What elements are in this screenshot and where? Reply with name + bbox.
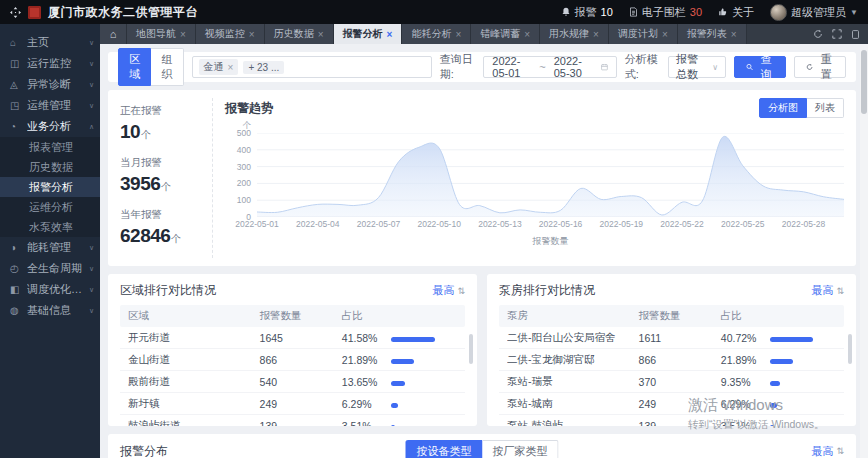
fence-button[interactable]: 电子围栏 30 xyxy=(629,5,702,20)
row-percent: 21.89% xyxy=(342,354,391,366)
user-menu[interactable]: 超级管理员 ▼ xyxy=(770,4,858,21)
mobile-view-icon[interactable] xyxy=(851,29,860,40)
tab-close-icon[interactable]: × xyxy=(249,29,255,40)
tab-bar: ⌂ 地图导航×视频监控×历史数据×报警分析×能耗分析×错峰调蓄×用水规律×调度计… xyxy=(100,24,868,44)
tab-close-icon[interactable]: × xyxy=(180,29,186,40)
reset-button[interactable]: 重置 xyxy=(794,56,846,78)
table-row: 泵站-鼓浪屿1393.51% xyxy=(499,415,844,426)
page-scrollbar[interactable] xyxy=(860,44,868,458)
row-alarm-count: 866 xyxy=(639,354,721,366)
region-sort-control[interactable]: 最高 ⇅ xyxy=(432,283,465,298)
mode-label: 分析模式: xyxy=(625,52,660,82)
row-alarm-count: 866 xyxy=(260,354,342,366)
tab-close-icon[interactable]: × xyxy=(524,29,530,40)
move-handle-icon[interactable] xyxy=(10,7,21,18)
tab-close-icon[interactable]: × xyxy=(731,29,737,40)
tab-home[interactable]: ⌂ xyxy=(100,24,127,44)
tab-label: 用水规律 xyxy=(549,27,589,41)
search-icon xyxy=(746,62,753,72)
distribution-sort-control[interactable]: 最高 ⇅ xyxy=(811,444,844,458)
tab-9[interactable]: 报警列表× xyxy=(678,24,747,44)
tab-5[interactable]: 能耗分析× xyxy=(402,24,471,44)
fence-label: 电子围栏 xyxy=(642,5,686,20)
row-percent: 40.72% xyxy=(721,332,770,344)
main-area: ⌂ 地图导航×视频监控×历史数据×报警分析×能耗分析×错峰调蓄×用水规律×调度计… xyxy=(100,24,868,458)
mode-select[interactable]: 报警总数 ∨ xyxy=(668,56,726,78)
sidebar-item-1[interactable]: ⌂主页∨ xyxy=(0,32,100,53)
row-bar-cell xyxy=(391,376,457,388)
sidebar-item-4[interactable]: ◳运维管理∨ xyxy=(0,95,100,116)
tab-close-icon[interactable]: × xyxy=(662,29,668,40)
tab-6[interactable]: 错峰调蓄× xyxy=(471,24,540,44)
chip-close-icon[interactable]: × xyxy=(228,62,234,73)
sidebar-item-5[interactable]: ◔业务分析∧ xyxy=(0,116,100,137)
tab-1[interactable]: 地图导航× xyxy=(127,24,196,44)
tab-close-icon[interactable]: × xyxy=(318,29,324,40)
view-list-button[interactable]: 列表 xyxy=(807,98,844,118)
page-scrollbar-thumb[interactable] xyxy=(861,50,867,114)
sidebar-subitem-运维分析[interactable]: 运维分析 xyxy=(0,197,100,217)
sidebar-subitem-报表管理[interactable]: 报表管理 xyxy=(0,137,100,157)
query-button[interactable]: 查询 xyxy=(734,56,786,78)
scope-org-button[interactable]: 组织 xyxy=(151,48,183,86)
tab-close-icon[interactable]: × xyxy=(455,29,461,40)
sidebar-item-6[interactable]: ◑能耗管理∨ xyxy=(0,237,100,258)
date-end[interactable]: 2022-05-30 xyxy=(554,55,593,79)
scope-region-button[interactable]: 区域 xyxy=(118,48,151,86)
tab-2[interactable]: 视频监控× xyxy=(196,24,265,44)
more-regions-chip[interactable]: + 23 ... xyxy=(243,61,284,74)
alarm-analysis-card: 正在报警10个当月报警3956个当年报警62846个 报警趋势 分析图 列表 个… xyxy=(108,90,856,266)
by-device-type-button[interactable]: 按设备类型 xyxy=(406,440,483,458)
sidebar-menu: ⌂主页∨◫运行监控∨◬异常诊断∨◳运维管理∨◔业务分析∧报表管理历史数据报警分析… xyxy=(0,32,100,321)
tab-3[interactable]: 历史数据× xyxy=(265,24,334,44)
view-chart-button[interactable]: 分析图 xyxy=(759,98,807,118)
percent-bar xyxy=(391,359,414,364)
reset-icon xyxy=(806,62,813,72)
percent-bar xyxy=(770,425,774,427)
alarm-bell-button[interactable]: 报警 10 xyxy=(561,5,613,20)
region-ranking-title: 区域排行对比情况 xyxy=(120,282,216,299)
sidebar-item-3[interactable]: ◬异常诊断∨ xyxy=(0,74,100,95)
percent-bar xyxy=(770,381,780,386)
row-alarm-count: 1611 xyxy=(639,332,721,344)
user-name: 超级管理员 xyxy=(791,5,846,20)
about-button[interactable]: 关于 xyxy=(718,5,754,20)
dispatch-icon: ◧ xyxy=(10,284,21,295)
pump-sort-control[interactable]: 最高 ⇅ xyxy=(811,283,844,298)
tab-close-icon[interactable]: × xyxy=(593,29,599,40)
sidebar-subitem-历史数据[interactable]: 历史数据 xyxy=(0,157,100,177)
date-range-picker[interactable]: 2022-05-01 ~ 2022-05-30 xyxy=(483,56,616,78)
sidebar-item-7[interactable]: ◴全生命周期∨ xyxy=(0,258,100,279)
chart-title: 报警趋势 xyxy=(225,100,273,117)
table-row: 开元街道164541.58% xyxy=(120,327,465,349)
row-name: 泵站-鼓浪屿 xyxy=(507,419,639,427)
tab-4[interactable]: 报警分析× xyxy=(334,24,403,44)
percent-bar xyxy=(391,403,398,408)
tab-close-icon[interactable]: × xyxy=(387,29,393,40)
date-label: 查询日期: xyxy=(440,52,475,82)
sidebar-subitem-报警分析[interactable]: 报警分析 xyxy=(0,177,100,197)
user-avatar xyxy=(770,4,787,21)
table-row: 金山街道86621.89% xyxy=(120,349,465,371)
table-scrollbar-thumb[interactable] xyxy=(469,334,473,364)
selected-region-chip: 金通 × xyxy=(199,59,239,75)
table-scrollbar-thumb[interactable] xyxy=(848,334,852,364)
sidebar-subitem-水泵效率[interactable]: 水泵效率 xyxy=(0,217,100,237)
y-tick-label: 300 xyxy=(225,162,251,172)
tab-8[interactable]: 调度计划× xyxy=(609,24,678,44)
column-header-2: 报警数量 xyxy=(260,309,342,323)
row-percent: 41.58% xyxy=(342,332,391,344)
sidebar-item-label: 运行监控 xyxy=(27,56,83,71)
column-header-3: 占比 xyxy=(342,309,391,323)
by-vendor-type-button[interactable]: 按厂家类型 xyxy=(483,440,559,458)
refresh-icon[interactable] xyxy=(813,29,823,39)
row-name: 泵站-城南 xyxy=(507,397,639,411)
sidebar-item-2[interactable]: ◫运行监控∨ xyxy=(0,53,100,74)
row-bar-cell xyxy=(391,354,457,366)
sidebar-item-9[interactable]: ◍基础信息∨ xyxy=(0,300,100,321)
fullscreen-icon[interactable] xyxy=(832,29,842,39)
date-start[interactable]: 2022-05-01 xyxy=(492,55,531,79)
tab-7[interactable]: 用水规律× xyxy=(540,24,609,44)
sidebar-item-8[interactable]: ◧调度优化运行∨ xyxy=(0,279,100,300)
region-multiselect[interactable]: 金通 × + 23 ... xyxy=(192,56,432,78)
